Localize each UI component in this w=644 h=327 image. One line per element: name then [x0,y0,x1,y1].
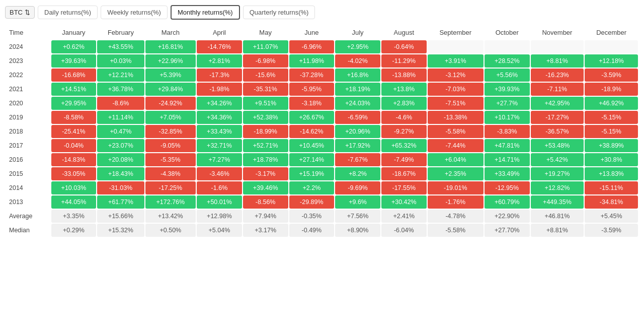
average-cell: +13.42% [145,210,196,223]
value-cell: -5.95% [289,83,335,96]
median-row: Median+0.29%+15.32%+0.50%+5.04%+3.17%-0.… [6,224,638,237]
col-header-oct: October [485,26,530,39]
value-cell: +46.92% [585,97,638,110]
col-header-jun: June [289,26,335,39]
value-cell: -3.17% [243,167,288,180]
col-header-nov: November [531,26,584,39]
main-container: BTC ⇅ Daily returns(%) Weekly returns(%)… [0,0,644,243]
value-cell: +34.26% [197,97,242,110]
tab-monthly[interactable]: Monthly returns(%) [171,5,240,20]
value-cell: +47.81% [485,139,530,152]
value-cell: -0.64% [381,40,427,53]
value-cell: +52.71% [243,139,288,152]
value-cell: -36.57% [531,125,584,138]
value-cell: +11.98% [289,54,335,68]
value-cell: +5.56% [485,69,530,82]
value-cell: +44.05% [51,195,97,209]
value-cell: -1.98% [197,83,242,96]
value-cell: -18.9% [585,83,638,96]
value-cell: +42.95% [531,97,584,110]
average-cell: +15.66% [97,210,144,223]
value-cell: +27.7% [485,97,530,110]
value-cell: +65.32% [381,139,427,152]
year-cell: 2019 [6,111,50,124]
value-cell: -16.23% [531,69,584,82]
value-cell: +28.52% [485,54,530,68]
average-cell: -4.78% [428,210,484,223]
value-cell: +5.39% [145,69,196,82]
value-cell [428,40,484,53]
value-cell [531,40,584,53]
value-cell: +29.84% [145,83,196,96]
value-cell: -33.05% [51,167,97,180]
value-cell: +10.03% [51,181,97,194]
value-cell: +30.8% [585,153,638,166]
table-row: 2023+39.63%+0.03%+22.96%+2.81%-6.98%+11.… [6,54,638,68]
table-row: 2024+0.62%+43.55%+16.81%-14.76%+11.07%-6… [6,40,638,53]
value-cell: -15.11% [585,181,638,194]
value-cell: -6.96% [289,40,335,53]
value-cell: +43.55% [97,40,144,53]
year-cell: 2024 [6,40,50,53]
value-cell: -17.3% [197,69,242,82]
average-label: Average [6,210,50,223]
year-cell: 2014 [6,181,50,194]
median-cell: +5.04% [197,224,242,237]
value-cell: -1.76% [428,195,484,209]
average-cell: -0.35% [289,210,335,223]
value-cell: -17.25% [145,181,196,194]
col-header-time: Time [6,26,50,39]
year-cell: 2021 [6,83,50,96]
btc-arrow-icon: ⇅ [25,9,30,16]
value-cell: +0.03% [97,54,144,68]
col-header-sep: September [428,26,484,39]
average-row: Average+3.35%+15.66%+13.42%+12.98%+7.94%… [6,210,638,223]
value-cell: +8.2% [335,167,380,180]
value-cell: +11.07% [243,40,288,53]
value-cell: +32.71% [197,139,242,152]
value-cell: +13.83% [585,167,638,180]
value-cell: -31.03% [97,181,144,194]
median-cell: +0.29% [51,224,97,237]
tab-weekly[interactable]: Weekly returns(%) [101,6,168,19]
value-cell: +52.38% [243,111,288,124]
value-cell: +36.78% [97,83,144,96]
value-cell: +26.67% [289,111,335,124]
btc-selector[interactable]: BTC ⇅ [5,6,35,19]
value-cell [585,40,638,53]
value-cell: -11.29% [381,54,427,68]
value-cell: +12.18% [585,54,638,68]
value-cell: -6.98% [243,54,288,68]
year-cell: 2015 [6,167,50,180]
value-cell: -3.18% [289,97,335,110]
median-label: Median [6,224,50,237]
value-cell: -3.83% [485,125,530,138]
col-header-feb: February [97,26,144,39]
value-cell: +449.35% [531,195,584,209]
value-cell: +16.81% [145,40,196,53]
value-cell: -24.92% [145,97,196,110]
value-cell: +23.07% [97,139,144,152]
value-cell: -13.38% [428,111,484,124]
year-cell: 2018 [6,125,50,138]
value-cell: +18.78% [243,153,288,166]
value-cell: +3.91% [428,54,484,68]
tab-quarterly[interactable]: Quarterly returns(%) [243,6,315,19]
value-cell: +2.81% [197,54,242,68]
value-cell: -34.81% [585,195,638,209]
col-header-apr: April [197,26,242,39]
value-cell: -7.67% [335,153,380,166]
tab-daily[interactable]: Daily returns(%) [38,6,98,19]
year-cell: 2016 [6,153,50,166]
median-cell: -6.04% [381,224,427,237]
median-cell: +8.90% [335,224,380,237]
value-cell: -0.04% [51,139,97,152]
value-cell: -18.67% [381,167,427,180]
value-cell: +19.27% [531,167,584,180]
value-cell: -17.27% [531,111,584,124]
value-cell: -1.6% [197,181,242,194]
median-cell: +15.32% [97,224,144,237]
median-cell: +27.70% [485,224,530,237]
value-cell: +27.14% [289,153,335,166]
col-header-aug: August [381,26,427,39]
